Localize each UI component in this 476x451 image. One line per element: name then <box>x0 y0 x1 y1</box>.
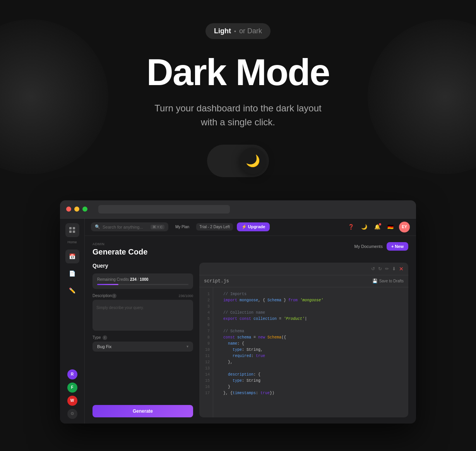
hero-title: Dark Mode <box>147 53 330 92</box>
code-area: 1 2 3 4 5 6 7 8 9 10 <box>199 287 408 417</box>
theme-toggle-pill[interactable]: Light • or Dark <box>205 23 271 39</box>
line-num-2: 2 <box>207 297 210 304</box>
flag-icon[interactable]: 🇩🇪 <box>386 222 395 232</box>
admin-label: ADMIN <box>92 242 147 246</box>
notification-dot <box>379 223 381 226</box>
avatar-f[interactable]: F <box>67 383 77 393</box>
description-label: Description <box>92 294 112 298</box>
description-placeholder: Simply describe your query. <box>96 306 144 310</box>
trial-badge: Trial - 2 Days Left <box>196 223 233 231</box>
switch-knob: 🌙 <box>240 148 266 174</box>
upgrade-button[interactable]: ⚡ Upgrade <box>237 222 270 231</box>
credits-bar-fill <box>97 284 118 285</box>
close-code-icon[interactable]: ✕ <box>399 266 404 272</box>
type-label: Type <box>92 335 101 340</box>
sidebar-item-calendar[interactable]: 📅 <box>65 249 79 263</box>
line-num-8: 8 <box>207 335 210 341</box>
description-char-count: 236/1000 <box>178 294 193 298</box>
traffic-light-green[interactable] <box>82 207 87 212</box>
hero-subtitle: Turn your dashboard into the dark layout… <box>154 101 321 129</box>
home-label: Home <box>67 240 77 244</box>
code-line-8: const schema = new Schema({ <box>219 335 403 341</box>
window-chrome <box>60 200 416 219</box>
code-line-13 <box>219 366 403 372</box>
separator-dot: • <box>234 28 236 34</box>
code-line-14: description: { <box>219 372 403 378</box>
page-title-area: ADMIN Generate Code <box>92 242 147 256</box>
traffic-light-red[interactable] <box>66 207 71 212</box>
line-num-14: 14 <box>205 372 210 378</box>
moon-toggle-icon[interactable]: 🌙 <box>360 222 369 232</box>
dark-mode-toggle[interactable]: 🌙 <box>207 145 269 177</box>
description-textarea[interactable]: Simply describe your query. <box>92 300 193 331</box>
traffic-light-yellow[interactable] <box>74 207 79 212</box>
sidebar-logo[interactable] <box>65 223 79 237</box>
two-column-layout: Query Remaining Credits 234 / 1000. <box>92 263 408 417</box>
code-line-3 <box>219 304 403 310</box>
query-title: Query <box>92 263 193 269</box>
type-info-icon: i <box>103 335 107 340</box>
sidebar-user-avatars: R F W ⚙ <box>67 369 77 419</box>
light-label: Light <box>214 27 231 35</box>
sidebar-settings-icon[interactable]: ⚙ <box>67 409 77 419</box>
line-num-9: 9 <box>207 341 210 347</box>
top-bar-right: ❓ 🌙 🔔 🇩🇪 EY <box>346 222 410 232</box>
redo-icon[interactable]: ↻ <box>378 266 382 272</box>
line-num-4: 4 <box>207 310 210 316</box>
code-panel: ↺ ↻ ✏ ⬇ ✕ script.js 💾 <box>199 263 408 417</box>
type-chevron-icon: ▾ <box>187 344 188 348</box>
my-plan-label: My Plan <box>172 223 192 231</box>
dashboard-preview: Home 📅 📄 ✏️ R F W ⚙ <box>60 200 416 424</box>
code-line-1: // Imports <box>219 291 403 297</box>
code-header: script.js 💾 Save to Drafts <box>199 275 408 287</box>
search-box[interactable]: 🔍 Search for anything... ⌘ + C <box>91 222 168 231</box>
type-select-dropdown[interactable]: Bug Fix ▾ <box>92 342 193 352</box>
line-num-16: 16 <box>205 384 210 390</box>
help-icon[interactable]: ❓ <box>346 222 356 232</box>
code-line-12: }, <box>219 359 403 366</box>
page-title: Generate Code <box>92 248 147 256</box>
description-info-icon: i <box>112 294 116 298</box>
calendar-icon: 📅 <box>69 253 75 260</box>
my-documents-button[interactable]: My Documents <box>354 244 383 249</box>
notification-icon[interactable]: 🔔 <box>373 222 382 232</box>
dark-label: or Dark <box>239 27 262 35</box>
code-line-16: } <box>219 384 403 390</box>
type-label-row: Type i <box>92 335 193 340</box>
type-section: Type i Bug Fix ▾ <box>92 335 193 352</box>
sidebar: Home 📅 📄 ✏️ R F W ⚙ <box>60 219 85 424</box>
save-icon: 💾 <box>372 278 378 284</box>
line-num-12: 12 <box>205 359 210 366</box>
code-line-5: export const collection = 'Product'| <box>219 316 403 322</box>
search-shortcut: ⌘ + C <box>151 225 164 229</box>
edit-code-icon[interactable]: ✏ <box>385 266 389 272</box>
undo-icon[interactable]: ↺ <box>371 266 375 272</box>
line-num-13: 13 <box>205 366 210 372</box>
credits-bar-background <box>97 284 188 285</box>
line-num-11: 11 <box>205 353 210 359</box>
code-line-7: // Schema <box>219 328 403 335</box>
save-drafts-button[interactable]: 💾 Save to Drafts <box>372 278 404 284</box>
new-button[interactable]: + New <box>387 242 408 251</box>
code-line-2: import mongoose, { Schema } from 'mongoo… <box>219 297 403 304</box>
generate-button[interactable]: Generate <box>92 405 193 417</box>
sidebar-item-docs[interactable]: 📄 <box>65 266 79 280</box>
code-content[interactable]: // Imports import mongoose, { Schema } f… <box>213 287 408 417</box>
user-avatar[interactable]: EY <box>399 222 410 232</box>
code-toolbar: ↺ ↻ ✏ ⬇ ✕ <box>199 263 408 275</box>
download-icon[interactable]: ⬇ <box>392 266 396 272</box>
save-drafts-label: Save to Drafts <box>379 279 404 283</box>
code-line-11: required: true <box>219 353 403 359</box>
line-num-10: 10 <box>205 347 210 353</box>
line-num-3: 3 <box>207 304 210 310</box>
description-label-row: Description i 236/1000 <box>92 294 193 298</box>
app-layout: Home 📅 📄 ✏️ R F W ⚙ <box>60 219 416 424</box>
hero-section: Light • or Dark Dark Mode Turn your dash… <box>0 0 476 200</box>
script-filename: script.js <box>204 278 229 284</box>
description-section: Description i 236/1000 Simply describe y… <box>92 294 193 331</box>
page-body: ADMIN Generate Code My Documents + New Q… <box>85 236 416 424</box>
sidebar-item-edit[interactable]: ✏️ <box>65 284 79 297</box>
avatar-r[interactable]: R <box>67 369 77 379</box>
avatar-w[interactable]: W <box>67 396 77 406</box>
code-line-9: name: { <box>219 341 403 347</box>
